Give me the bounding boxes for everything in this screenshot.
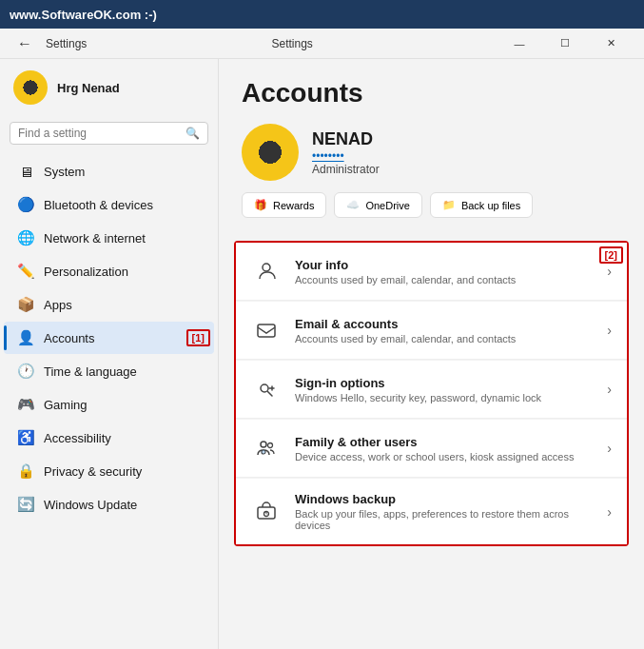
page-title: Accounts	[242, 78, 621, 108]
search-input[interactable]	[18, 127, 180, 140]
windows-backup-item[interactable]: Windows backup Back up your files, apps,…	[236, 479, 627, 544]
quick-links: 🎁 Rewards ☁️ OneDrive 📁 Back up files	[242, 192, 621, 218]
your-info-icon	[251, 256, 282, 286]
label1-badge: [1]	[186, 329, 210, 346]
email-accounts-item[interactable]: Email & accounts Accounts used by email,…	[236, 302, 627, 360]
sidebar-item-label: Bluetooth & devices	[44, 198, 153, 212]
sidebar-item-label: Personalization	[44, 265, 128, 279]
avatar	[13, 70, 48, 105]
personalization-icon: ✏️	[17, 263, 34, 280]
time-icon: 🕐	[17, 363, 34, 380]
sidebar-item-accounts[interactable]: 👤 Accounts [1]	[4, 322, 214, 354]
onedrive-link[interactable]: ☁️ OneDrive	[334, 192, 421, 218]
content-area: Hrg Nenad 🔍 🖥 System 🔵 Bluetooth & devic…	[0, 59, 644, 649]
sidebar-item-accessibility[interactable]: ♿ Accessibility	[4, 422, 214, 454]
your-info-desc: Accounts used by email, calendar, and co…	[295, 274, 594, 285]
settings-container: [2] Your info Accounts used b	[234, 241, 629, 546]
main-header: Accounts NENAD •••••••• Administrator 🎁 …	[219, 59, 644, 241]
user-section: Hrg Nenad	[0, 59, 218, 116]
update-icon: 🔄	[17, 496, 34, 513]
svg-point-0	[263, 264, 270, 271]
search-box[interactable]: 🔍	[10, 122, 208, 145]
family-users-title: Family & other users	[295, 435, 594, 449]
family-users-text: Family & other users Device access, work…	[295, 435, 594, 462]
svg-rect-1	[258, 324, 275, 337]
profile-info: NENAD •••••••• Administrator	[312, 129, 380, 176]
profile-email[interactable]: ••••••••	[312, 149, 380, 163]
email-accounts-text: Email & accounts Accounts used by email,…	[295, 317, 594, 344]
window-controls: — ☐ ✕	[498, 29, 633, 59]
email-accounts-title: Email & accounts	[295, 317, 594, 331]
email-accounts-desc: Accounts used by email, calendar, and co…	[295, 333, 594, 344]
maximize-button[interactable]: ☐	[543, 29, 587, 59]
svg-point-3	[261, 442, 266, 447]
your-info-title: Your info	[295, 258, 594, 272]
titlebar-left: ← Settings	[11, 33, 87, 54]
sidebar-item-label: Accessibility	[44, 431, 111, 445]
family-users-arrow: ›	[607, 441, 612, 456]
sidebar-item-label: Time & language	[44, 364, 137, 379]
settings-window: ← Settings Settings — ☐ ✕ Hrg Nenad 🔍	[0, 29, 644, 649]
windows-backup-desc: Back up your files, apps, preferences to…	[295, 508, 594, 531]
sidebar-item-bluetooth[interactable]: 🔵 Bluetooth & devices	[4, 188, 214, 221]
sidebar-item-label: Windows Update	[44, 498, 137, 512]
signin-icon	[251, 374, 282, 404]
sidebar: Hrg Nenad 🔍 🖥 System 🔵 Bluetooth & devic…	[0, 59, 219, 649]
sidebar-item-label: Accounts	[44, 331, 94, 345]
sidebar-item-system[interactable]: 🖥 System	[4, 155, 214, 187]
label2-badge: [2]	[599, 246, 623, 264]
profile-name: NENAD	[312, 129, 380, 149]
window-title-center: Settings	[272, 37, 313, 50]
sidebar-item-label: Privacy & security	[44, 464, 142, 479]
backup-icon: 📁	[442, 199, 456, 211]
sidebar-item-personalization[interactable]: ✏️ Personalization	[4, 255, 214, 287]
apps-icon: 📦	[17, 296, 34, 313]
rewards-link[interactable]: 🎁 Rewards	[242, 192, 326, 218]
signin-options-item[interactable]: Sign-in options Windows Hello, security …	[236, 361, 627, 419]
signin-options-text: Sign-in options Windows Hello, security …	[295, 376, 594, 403]
sidebar-item-apps[interactable]: 📦 Apps	[4, 288, 214, 321]
svg-point-2	[261, 384, 268, 392]
bluetooth-icon: 🔵	[17, 196, 34, 213]
top-title-bar: www.SoftwareOK.com :-)	[0, 0, 644, 29]
site-watermark-text: www.SoftwareOK.com :-)	[10, 8, 157, 22]
sidebar-item-privacy[interactable]: 🔒 Privacy & security	[4, 455, 214, 487]
window-titlebar: ← Settings Settings — ☐ ✕	[0, 29, 644, 59]
gaming-icon: 🎮	[17, 396, 34, 413]
sidebar-item-label: Network & internet	[44, 231, 146, 246]
privacy-icon: 🔒	[17, 462, 34, 480]
sidebar-item-label: System	[44, 165, 85, 179]
backup-link[interactable]: 📁 Back up files	[430, 192, 533, 218]
sidebar-item-update[interactable]: 🔄 Windows Update	[4, 488, 214, 521]
signin-options-title: Sign-in options	[295, 376, 594, 390]
backup-icon2	[251, 497, 282, 527]
profile-section: NENAD •••••••• Administrator	[242, 124, 621, 181]
backup-label: Back up files	[461, 200, 520, 211]
sidebar-item-network[interactable]: 🌐 Network & internet	[4, 222, 214, 254]
minimize-button[interactable]: —	[498, 29, 541, 59]
signin-options-desc: Windows Hello, security key, password, d…	[295, 392, 594, 403]
svg-point-4	[268, 443, 273, 448]
windows-backup-title: Windows backup	[295, 492, 594, 506]
sidebar-item-time[interactable]: 🕐 Time & language	[4, 355, 214, 387]
system-icon: 🖥	[17, 163, 34, 180]
network-icon: 🌐	[17, 229, 34, 246]
rewards-label: Rewards	[273, 200, 314, 211]
family-users-item[interactable]: Family & other users Device access, work…	[236, 420, 627, 478]
windows-backup-text: Windows backup Back up your files, apps,…	[295, 492, 594, 531]
sidebar-item-label: Apps	[44, 298, 72, 312]
accessibility-icon: ♿	[17, 429, 34, 446]
main-content: Accounts NENAD •••••••• Administrator 🎁 …	[219, 59, 644, 649]
onedrive-label: OneDrive	[365, 200, 409, 211]
email-icon	[251, 315, 282, 345]
back-button[interactable]: ←	[11, 33, 38, 54]
windows-backup-arrow: ›	[607, 504, 612, 520]
sidebar-item-gaming[interactable]: 🎮 Gaming	[4, 388, 214, 421]
family-icon	[251, 433, 282, 463]
close-button[interactable]: ✕	[589, 29, 633, 59]
signin-options-arrow: ›	[607, 382, 612, 397]
your-info-item[interactable]: Your info Accounts used by email, calend…	[236, 243, 627, 301]
family-users-desc: Device access, work or school users, kio…	[295, 451, 594, 462]
accounts-icon: 👤	[17, 329, 34, 346]
user-name-label: Hrg Nenad	[57, 81, 120, 95]
